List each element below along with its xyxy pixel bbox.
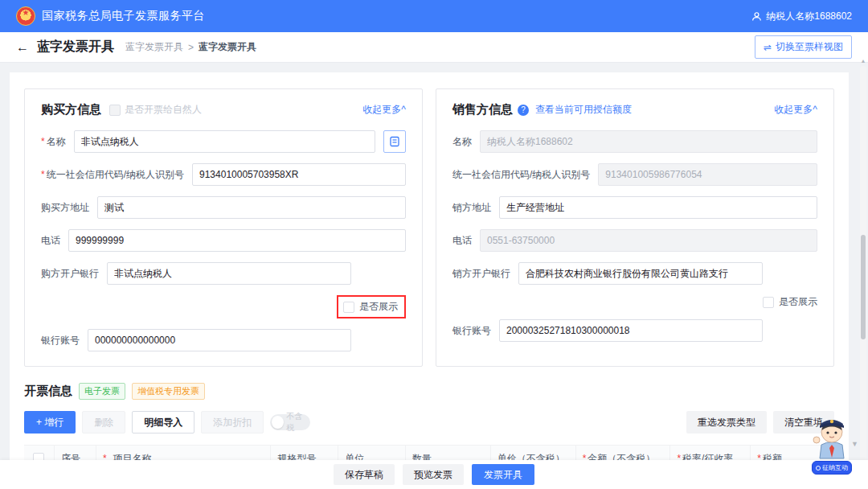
switch-view-button[interactable]: ⇌ 切换至票样视图	[755, 35, 852, 59]
toggle-knob	[272, 416, 284, 429]
user-info[interactable]: 纳税人名称1688602	[751, 10, 852, 23]
scrollbar-track[interactable]	[860, 66, 866, 484]
natural-person-checkbox[interactable]	[109, 105, 121, 116]
buyer-collapse-link[interactable]: 收起更多^	[362, 103, 406, 117]
breadcrumb-separator: >	[188, 42, 194, 53]
main-card: 购买方信息 是否开票给自然人 收起更多^ *名称 *统一社会信用代码/纳税人识别…	[10, 72, 849, 489]
seller-bank-input[interactable]	[518, 262, 763, 285]
save-draft-button[interactable]: 保存草稿	[334, 464, 395, 485]
buyer-show-checkbox[interactable]	[343, 302, 354, 313]
add-discount-button[interactable]: 添加折扣	[201, 411, 264, 434]
mascot-widget[interactable]: 征纳互动 ▼	[807, 413, 857, 475]
mascot-badge-label: 征纳互动	[822, 463, 848, 472]
help-icon[interactable]: ?	[518, 105, 529, 116]
reselect-invoice-type-button[interactable]: 重选发票类型	[686, 411, 767, 434]
credit-limit-link[interactable]: 查看当前可用授信额度	[535, 103, 632, 117]
buyer-taxid-input[interactable]	[192, 163, 406, 186]
import-detail-button[interactable]: 明细导入	[132, 411, 194, 434]
toggle-label: 不含税	[286, 411, 309, 434]
contact-card-icon	[389, 136, 400, 147]
seller-taxid-label: 统一社会信用代码/纳税人识别号	[452, 168, 590, 182]
invoice-title: 开票信息	[24, 384, 72, 399]
switch-view-icon: ⇌	[764, 42, 772, 53]
required-asterisk: *	[41, 169, 45, 180]
buyer-phone-input[interactable]	[68, 229, 406, 252]
mascot-badge-icon	[816, 466, 821, 471]
buyer-address-label: 购买方地址	[41, 201, 89, 215]
seller-title: 销售方信息	[452, 102, 513, 117]
seller-panel: 销售方信息 ? 查看当前可用授信额度 收起更多^ 名称 统一社会信用代码/纳税人…	[436, 88, 834, 367]
select-customer-button[interactable]	[383, 130, 406, 153]
preview-invoice-button[interactable]: 预览发票	[403, 464, 464, 485]
invoice-toolbar: + 增行 删除 明细导入 添加折扣 不含税 重选发票类型 清空重填	[24, 411, 834, 434]
natural-person-checkbox-row: 是否开票给自然人	[109, 103, 202, 117]
buyer-account-input[interactable]	[88, 329, 351, 351]
seller-show-checkbox[interactable]	[763, 297, 774, 308]
add-row-button[interactable]: + 增行	[24, 411, 76, 434]
seller-collapse-link[interactable]: 收起更多^	[774, 103, 817, 117]
mascot-badge[interactable]: 征纳互动	[812, 461, 852, 475]
tag-vat-special-invoice: 增值税专用发票	[132, 383, 205, 400]
sub-header: ← 蓝字发票开具 蓝字发票开具 > 蓝字发票开具 ⇌ 切换至票样视图	[0, 32, 868, 63]
buyer-panel: 购买方信息 是否开票给自然人 收起更多^ *名称 *统一社会信用代码/纳税人识别…	[24, 88, 423, 367]
buyer-name-label: *名称	[41, 135, 66, 149]
national-emblem-logo	[16, 6, 35, 26]
seller-show-label: 是否展示	[779, 295, 817, 309]
switch-view-label: 切换至票样视图	[776, 40, 843, 54]
tag-electronic-invoice: 电子发票	[79, 383, 125, 400]
footer-action-bar: 保存草稿 预览发票 发票开具	[0, 460, 868, 489]
seller-taxid-input	[598, 163, 817, 186]
breadcrumb: 蓝字发票开具 > 蓝字发票开具	[125, 40, 256, 54]
seller-phone-label: 电话	[452, 234, 472, 248]
seller-phone-input	[480, 229, 817, 252]
tax-included-toggle[interactable]: 不含税	[270, 414, 310, 430]
buyer-show-checkbox-row-annotated: 是否展示	[337, 295, 406, 318]
seller-account-input[interactable]	[499, 319, 763, 342]
user-icon	[751, 11, 762, 22]
breadcrumb-current: 蓝字发票开具	[199, 40, 256, 54]
required-asterisk: *	[41, 136, 45, 147]
tax-officer-mascot-icon	[810, 413, 854, 459]
buyer-title: 购买方信息	[41, 102, 101, 117]
buyer-show-label: 是否展示	[359, 300, 398, 314]
issue-invoice-button[interactable]: 发票开具	[472, 464, 534, 485]
back-arrow-icon[interactable]: ←	[16, 40, 29, 55]
seller-address-label: 销方地址	[452, 201, 491, 215]
buyer-bank-label: 购方开户银行	[41, 267, 99, 281]
app-title: 国家税务总局电子发票服务平台	[42, 9, 205, 23]
mascot-collapse-arrow-icon[interactable]: ▼	[851, 440, 858, 448]
buyer-address-input[interactable]	[97, 196, 406, 219]
seller-show-checkbox-row: 是否展示	[763, 295, 817, 309]
app-header: 国家税务总局电子发票服务平台 纳税人名称1688602	[0, 0, 868, 32]
seller-bank-label: 销方开户银行	[452, 267, 510, 281]
buyer-name-input[interactable]	[74, 130, 375, 153]
scrollbar-thumb[interactable]	[861, 235, 866, 339]
user-name: 纳税人名称1688602	[766, 10, 852, 23]
seller-name-input	[480, 130, 817, 153]
natural-person-label: 是否开票给自然人	[125, 103, 202, 117]
seller-address-input[interactable]	[499, 196, 817, 219]
page-title: 蓝字发票开具	[37, 39, 114, 55]
buyer-phone-label: 电话	[41, 234, 60, 248]
buyer-taxid-label: *统一社会信用代码/纳税人识别号	[41, 168, 184, 182]
delete-button[interactable]: 删除	[82, 411, 125, 434]
seller-name-label: 名称	[452, 135, 472, 149]
buyer-bank-input[interactable]	[107, 262, 351, 285]
buyer-account-label: 银行账号	[41, 334, 80, 347]
scrollbar-up-arrow[interactable]: ▲	[860, 58, 866, 64]
seller-account-label: 银行账号	[452, 324, 491, 338]
breadcrumb-parent[interactable]: 蓝字发票开具	[125, 40, 183, 54]
